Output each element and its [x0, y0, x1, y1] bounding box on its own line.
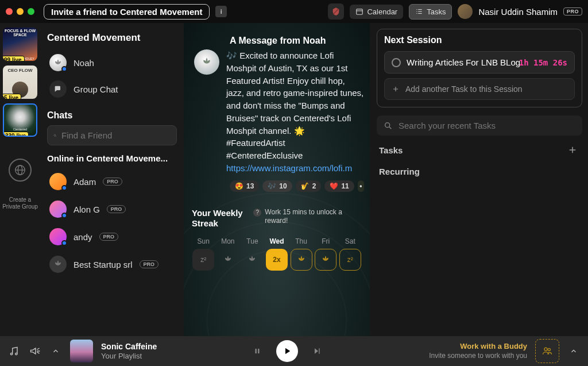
online-user[interactable]: Adam PRO: [47, 168, 177, 195]
session-task-row[interactable]: Writing Articles For LNB BLog 1h 15m 26s: [384, 51, 575, 74]
track-title: Sonic Caffeine: [101, 342, 157, 352]
playback-controls: [251, 340, 323, 362]
calendar-label: Calendar: [367, 7, 397, 16]
search-icon: [53, 131, 57, 140]
channel-label: Group Chat: [74, 84, 118, 94]
pause-icon[interactable]: [251, 345, 264, 357]
chats-heading: Chats: [47, 110, 177, 121]
info-button[interactable]: i: [215, 6, 227, 17]
close-window[interactable]: [6, 8, 13, 15]
window-traffic-lights: [6, 8, 34, 15]
day-label: Thu: [289, 237, 313, 245]
tasks-label: Tasks: [427, 7, 446, 16]
find-friend-input[interactable]: [61, 130, 171, 140]
invite-friend-button[interactable]: Invite a friend to Centered Movement: [44, 4, 210, 20]
next-track-icon[interactable]: [311, 345, 323, 357]
group-card-ceo-flow[interactable]: CEO FLOW 5 live: [3, 66, 37, 99]
help-icon[interactable]: ?: [253, 209, 261, 217]
search-icon: [384, 121, 393, 130]
right-panel: Next Session Writing Articles For LNB BL…: [370, 23, 588, 336]
lotus-avatar: [49, 54, 67, 71]
online-user[interactable]: Alon G PRO: [47, 195, 177, 223]
reaction[interactable]: 🎶10: [262, 180, 292, 192]
online-user[interactable]: andy PRO: [47, 223, 177, 251]
track-playlist: Your Playlist: [101, 352, 157, 361]
day-cell-mon: [217, 249, 239, 271]
day-cell-fri: [315, 249, 336, 271]
day-cell-sat: z²: [339, 249, 361, 271]
create-private-group-button[interactable]: Create a Private Group: [0, 197, 40, 210]
day-label: Mon: [216, 237, 240, 245]
pro-badge: PRO: [99, 233, 119, 241]
buddy-slot[interactable]: [535, 339, 559, 363]
task-radio[interactable]: [392, 58, 401, 67]
recurring-section-header[interactable]: Recurring: [377, 157, 582, 179]
add-task-button[interactable]: Add another Task to this Session: [384, 78, 575, 100]
find-friend-search[interactable]: [47, 125, 177, 145]
explore-button[interactable]: [9, 159, 32, 182]
mute-icon[interactable]: [328, 3, 344, 20]
svg-rect-10: [256, 349, 257, 353]
user-avatar: [49, 173, 67, 190]
pro-badge: PRO: [563, 7, 582, 16]
online-user[interactable]: Best Startup srl PRO: [47, 251, 177, 278]
reaction-more[interactable]: •: [358, 180, 364, 192]
center-panel: A Message from Noah 🎶 Excited to announc…: [184, 23, 370, 336]
chat-icon: [49, 80, 67, 98]
play-button[interactable]: [276, 340, 298, 362]
day-label: Sun: [192, 237, 215, 245]
expand-icon[interactable]: [567, 345, 580, 357]
player-bar: Sonic Caffeine Your Playlist Work with a…: [0, 336, 588, 366]
channel-noah[interactable]: Noah: [47, 49, 177, 76]
svg-line-7: [56, 136, 56, 136]
music-library-icon[interactable]: [8, 345, 21, 357]
day-cell-sun: z²: [192, 249, 214, 271]
channel-group-chat[interactable]: Group Chat: [47, 76, 177, 102]
reactions-row: 😍13 🎶10 🎷2 ❤️11 •: [230, 180, 364, 192]
pro-badge: PRO: [140, 260, 159, 268]
user-name: Best Startup srl: [74, 260, 133, 269]
calendar-button[interactable]: Calendar: [350, 5, 403, 19]
streak-hint: ? Work 15 mins to unlock a reward!: [253, 208, 362, 226]
day-cell-wed[interactable]: 2x: [266, 249, 288, 271]
section-label: Tasks: [379, 145, 403, 155]
minimize-window[interactable]: [17, 8, 24, 15]
add-task-label: Add another Task to this Session: [405, 84, 523, 94]
message-body: 🎶 Excited to announce Lofi Moshpit of Au…: [226, 49, 364, 175]
pro-badge: PRO: [103, 178, 122, 186]
group-card-title: FOCUS & FLOW SPACE: [3, 28, 37, 37]
user-avatar: [49, 228, 67, 245]
day-label: Tue: [241, 237, 264, 245]
reaction[interactable]: 🎷2: [296, 180, 322, 192]
fullscreen-window[interactable]: [28, 8, 34, 15]
day-label: Sat: [338, 237, 362, 245]
tasks-section-header[interactable]: Tasks: [377, 136, 582, 157]
weekly-streak: Your Weekly Streak ? Work 15 mins to unl…: [192, 208, 362, 271]
next-session-title: Next Session: [384, 35, 575, 45]
tasks-button[interactable]: Tasks: [409, 4, 452, 20]
recent-tasks-input[interactable]: [399, 121, 575, 130]
track-artwork[interactable]: [70, 340, 93, 363]
plus-icon: [392, 85, 400, 93]
online-heading: Online in Centered Moveme...: [47, 153, 177, 163]
task-text: Writing Articles For LNB BLog: [407, 57, 534, 67]
group-heading: Centered Movement: [47, 32, 177, 44]
user-name: Nasir Uddin Shamim: [478, 7, 558, 17]
reaction[interactable]: 😍13: [230, 180, 259, 192]
reaction[interactable]: ❤️11: [324, 180, 354, 192]
task-timer: 1h 15m 26s: [519, 58, 567, 67]
collapse-icon[interactable]: [49, 345, 62, 357]
announce-icon[interactable]: [29, 345, 41, 357]
group-card-title: CEO FLOW: [3, 66, 37, 73]
group-card-focus-flow[interactable]: FOCUS & FLOW SPACE AUGUST BRADLEY 99 liv…: [3, 28, 37, 61]
work-with-buddy[interactable]: Work with a Buddy Invite someone to work…: [429, 342, 527, 360]
live-badge: 5 live: [3, 94, 21, 99]
message-link[interactable]: https://www.instagram.com/lofi.m: [226, 163, 352, 173]
recent-tasks-search[interactable]: [377, 115, 582, 136]
pro-badge: PRO: [107, 205, 126, 213]
user-avatar[interactable]: [458, 4, 473, 19]
day-label: Fri: [314, 237, 338, 245]
plus-icon[interactable]: [567, 145, 578, 155]
group-card-centered-movement[interactable]: CenteredMovement 330 live: [3, 103, 37, 137]
left-panel: Centered Movement Noah Group Chat Chats …: [40, 23, 184, 336]
